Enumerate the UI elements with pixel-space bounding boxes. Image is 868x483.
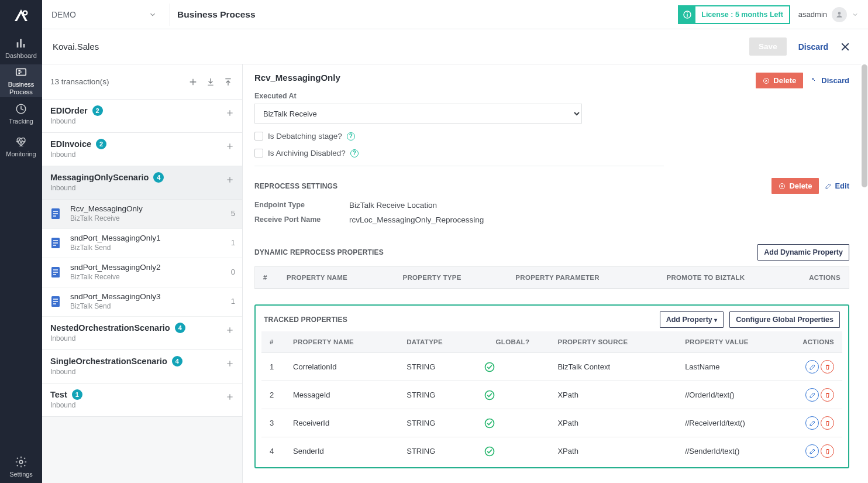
row-delete-button[interactable]: [821, 416, 834, 430]
svg-point-0: [23, 11, 27, 15]
logo-icon: [0, 0, 42, 32]
transaction-panel: 13 transaction(s) EDIOrder2InboundEDInvo…: [42, 64, 243, 483]
transaction-item[interactable]: Test1Inbound: [42, 383, 242, 417]
user-menu[interactable]: asadmin: [798, 7, 859, 22]
nav-business-process[interactable]: Business Process: [0, 64, 42, 97]
global-check-icon: [476, 353, 549, 381]
add-stage-button[interactable]: [226, 389, 234, 401]
global-check-icon: [476, 381, 549, 409]
debatch-label: Is Debatching stage?: [268, 132, 342, 141]
nav-tracking[interactable]: Tracking: [0, 97, 42, 130]
nav-monitoring[interactable]: Monitoring: [0, 130, 42, 163]
transaction-meta: Inbound: [50, 334, 226, 342]
info-icon: [679, 6, 695, 23]
svg-point-3: [19, 460, 23, 464]
row-delete-button[interactable]: [821, 360, 834, 374]
nav-dashboard[interactable]: Dashboard: [0, 32, 42, 64]
row-edit-button[interactable]: [805, 388, 819, 402]
org-name: DEMO: [51, 10, 76, 19]
stage-item[interactable]: sndPort_MessagingOnly1BizTalk Send1: [42, 229, 242, 258]
chevron-down-icon: [852, 11, 859, 18]
dynamic-title: DYNAMIC REPROCESS PROPERTIES: [254, 248, 384, 256]
transaction-item[interactable]: MessagingOnlyScenario4Inbound: [42, 166, 242, 200]
row-delete-button[interactable]: [821, 388, 834, 402]
row-edit-button[interactable]: [805, 416, 819, 430]
process-name: Kovai.Sales: [53, 42, 99, 52]
tracked-properties-table: # PROPERTY NAME DATATYPE GLOBAL? PROPERT…: [261, 331, 842, 465]
add-stage-button[interactable]: [226, 105, 234, 117]
transaction-meta: Inbound: [50, 401, 226, 409]
close-button[interactable]: [840, 42, 850, 52]
row-delete-button[interactable]: [821, 444, 834, 458]
reprocess-title: REPROCESS SETTINGS: [254, 182, 337, 190]
row-edit-button[interactable]: [805, 444, 819, 458]
chevron-down-icon: [149, 11, 157, 19]
add-dynamic-property-button[interactable]: Add Dynamic Property: [757, 244, 849, 261]
executed-at-label: Executed At: [254, 92, 664, 100]
transaction-item[interactable]: EDIOrder2Inbound: [42, 100, 242, 133]
count-badge: 4: [153, 172, 164, 183]
stage-item[interactable]: sndPort_MessagingOnly3BizTalk Send1: [42, 287, 242, 317]
table-row: 3ReceiverIdSTRINGXPath//ReceiverId/text(…: [261, 409, 842, 437]
save-button[interactable]: Save: [749, 37, 787, 56]
count-badge: 1: [72, 389, 82, 400]
transaction-item[interactable]: SingleOrchestrationScenario4Inbound: [42, 350, 242, 383]
nav-bp-label: Business Process: [8, 81, 35, 95]
detail-panel: Rcv_MessagingOnly Delete Discard Execute…: [243, 64, 861, 483]
count-badge: 4: [172, 356, 182, 366]
avatar-icon: [832, 7, 847, 22]
tracked-title: TRACKED PROPERTIES: [264, 316, 347, 324]
transaction-meta: Inbound: [50, 150, 226, 159]
help-icon[interactable]: ?: [347, 132, 355, 141]
stage-item[interactable]: sndPort_MessagingOnly2BizTalk Receive0: [42, 258, 242, 287]
upload-button[interactable]: [222, 76, 234, 88]
nav-dashboard-label: Dashboard: [5, 52, 37, 59]
delete-button[interactable]: Delete: [756, 73, 803, 88]
page-title: Business Process: [177, 9, 256, 20]
table-row: 2MessageIdSTRINGXPath//OrderId/text(): [261, 381, 842, 409]
org-selector[interactable]: DEMO: [51, 0, 163, 29]
discard-link[interactable]: Discard: [798, 42, 828, 52]
user-name: asadmin: [798, 10, 827, 19]
svg-point-5: [838, 12, 841, 15]
add-property-button[interactable]: Add Property ▾: [660, 311, 724, 328]
transaction-item[interactable]: EDInvoice2Inbound: [42, 133, 242, 166]
archive-label: Is Archiving Disabled?: [268, 149, 346, 157]
discard-button[interactable]: Discard: [811, 76, 849, 85]
debatch-checkbox[interactable]: [254, 132, 263, 141]
separator: [170, 4, 170, 26]
help-icon[interactable]: ?: [350, 149, 359, 157]
reprocess-delete-button[interactable]: Delete: [771, 178, 819, 194]
stage-title: Rcv_MessagingOnly: [254, 73, 756, 83]
transaction-count: 13 transaction(s): [50, 77, 109, 86]
receive-port-label: Receive Port Name: [254, 215, 342, 224]
reprocess-edit-button[interactable]: Edit: [825, 178, 849, 194]
transaction-meta: Inbound: [50, 117, 226, 125]
scrollbar[interactable]: [861, 64, 868, 483]
add-stage-button[interactable]: [226, 172, 234, 184]
nav-settings[interactable]: Settings: [0, 450, 42, 483]
add-stage-button[interactable]: [226, 139, 234, 150]
executed-at-select[interactable]: BizTalk Receive: [254, 104, 582, 124]
license-badge[interactable]: License : 5 months Left: [678, 5, 790, 24]
configure-global-button[interactable]: Configure Global Properties: [729, 311, 840, 328]
endpoint-type-label: Endpoint Type: [254, 201, 342, 210]
transaction-item[interactable]: NestedOrchestrationScenario4Inbound: [42, 317, 242, 350]
download-button[interactable]: [205, 76, 216, 88]
nav-monitoring-label: Monitoring: [6, 150, 36, 157]
global-check-icon: [476, 409, 549, 437]
endpoint-type-value: BizTalk Receive Location: [349, 201, 664, 210]
table-row: 1CorrelationIdSTRINGBizTalk ContextLastN…: [261, 353, 842, 381]
row-edit-button[interactable]: [805, 360, 819, 374]
archive-checkbox[interactable]: [254, 149, 263, 157]
nav-settings-label: Settings: [9, 471, 33, 478]
add-stage-button[interactable]: [226, 356, 234, 368]
add-transaction-button[interactable]: [187, 76, 199, 88]
sub-header: Kovai.Sales Save Discard: [42, 29, 861, 64]
add-stage-button[interactable]: [226, 323, 234, 334]
transaction-meta: Inbound: [50, 184, 226, 192]
stage-item[interactable]: Rcv_MessagingOnlyBizTalk Receive5: [42, 200, 242, 229]
license-text: License : 5 months Left: [695, 11, 789, 19]
left-sidebar: Dashboard Business Process Tracking Moni…: [0, 0, 42, 483]
scrollbar-thumb[interactable]: [862, 64, 867, 187]
